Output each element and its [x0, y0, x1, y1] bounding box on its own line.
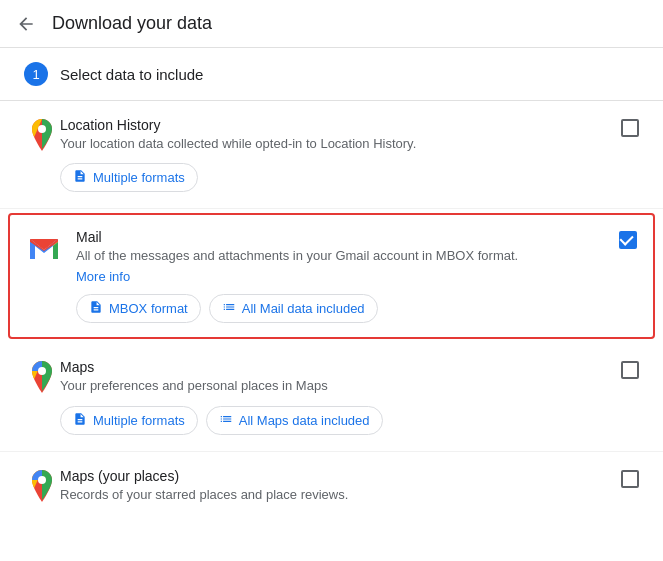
maps-chips: Multiple formats All Maps data included: [60, 406, 605, 435]
location-history-desc: Your location data collected while opted…: [60, 135, 605, 153]
location-history-content: Location History Your location data coll…: [60, 117, 605, 192]
maps-desc: Your preferences and personal places in …: [60, 377, 605, 395]
all-maps-label: All Maps data included: [239, 413, 370, 428]
maps-places-icon: [24, 468, 60, 504]
mail-item-wrapper: Mail All of the messages and attachments…: [0, 209, 663, 343]
all-mail-label: All Mail data included: [242, 301, 365, 316]
location-history-title: Location History: [60, 117, 605, 133]
maps-title: Maps: [60, 359, 605, 375]
mail-chips: MBOX format All Mail data included: [76, 294, 603, 323]
more-info-link[interactable]: More info: [76, 269, 130, 284]
mail-content: Mail All of the messages and attachments…: [76, 229, 603, 323]
format-chip-icon: [73, 169, 87, 186]
all-maps-chip-icon: [219, 412, 233, 429]
gmail-icon: [26, 231, 62, 267]
step-number: 1: [24, 62, 48, 86]
maps-places-title: Maps (your places): [60, 468, 605, 484]
location-history-checkbox[interactable]: [621, 119, 639, 137]
mbox-format-chip[interactable]: MBOX format: [76, 294, 201, 323]
maps-format-label: Multiple formats: [93, 413, 185, 428]
header: Download your data: [0, 0, 663, 48]
location-history-chips: Multiple formats: [60, 163, 605, 192]
page-title: Download your data: [52, 13, 212, 34]
svg-point-0: [38, 125, 46, 133]
back-button[interactable]: [16, 14, 36, 34]
step-bar: 1 Select data to include: [0, 48, 663, 101]
location-history-format-label: Multiple formats: [93, 170, 185, 185]
svg-point-3: [38, 476, 46, 484]
mbox-chip-icon: [89, 300, 103, 317]
list-item: Location History Your location data coll…: [0, 101, 663, 209]
mail-title: Mail: [76, 229, 603, 245]
mail-checkbox[interactable]: [619, 231, 637, 249]
maps-format-icon: [73, 412, 87, 429]
maps-format-chip[interactable]: Multiple formats: [60, 406, 198, 435]
mbox-format-label: MBOX format: [109, 301, 188, 316]
all-mail-chip-icon: [222, 300, 236, 317]
mail-desc: All of the messages and attachments in y…: [76, 247, 603, 265]
maps-places-desc: Records of your starred places and place…: [60, 486, 605, 504]
svg-point-2: [38, 367, 46, 375]
all-mail-chip[interactable]: All Mail data included: [209, 294, 378, 323]
maps-places-list-item: Maps (your places) Records of your starr…: [0, 452, 663, 520]
maps-places-checkbox[interactable]: [621, 470, 639, 488]
location-history-icon: [24, 117, 60, 153]
maps-icon: [24, 359, 60, 395]
content-area: Location History Your location data coll…: [0, 101, 663, 520]
maps-places-content: Maps (your places) Records of your starr…: [60, 468, 605, 504]
all-maps-chip[interactable]: All Maps data included: [206, 406, 383, 435]
mail-list-item: Mail All of the messages and attachments…: [8, 213, 655, 339]
maps-content: Maps Your preferences and personal place…: [60, 359, 605, 434]
location-history-format-chip[interactable]: Multiple formats: [60, 163, 198, 192]
step-label: Select data to include: [60, 66, 203, 83]
maps-checkbox[interactable]: [621, 361, 639, 379]
maps-list-item: Maps Your preferences and personal place…: [0, 343, 663, 451]
